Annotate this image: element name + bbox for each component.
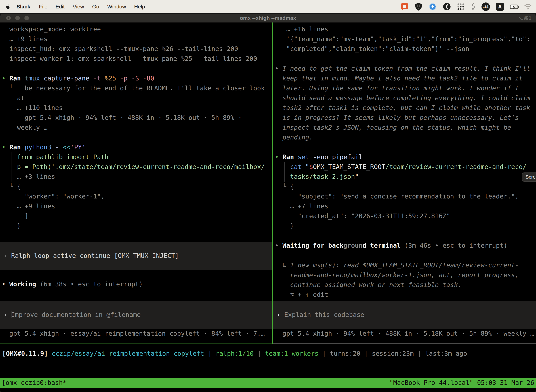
terminal-line: gpt-5.4 xhigh · essay/ai-reimplementatio… xyxy=(2,329,272,338)
terminal-line: "completed","claim_token":"claim-token"}… xyxy=(275,44,536,54)
terminal-line: p = Path('.omx/state/team/review-current… xyxy=(2,162,272,172)
terminal-line: ] xyxy=(2,211,272,221)
blue-badge-bolt-icon[interactable] xyxy=(428,2,437,11)
terminal-line xyxy=(2,64,272,73)
terminal-line: workspace_mode: worktree xyxy=(2,24,272,34)
battery-icon[interactable] xyxy=(510,5,518,9)
terminal-line: inspect_hud: omx sparkshell --tmux-pane … xyxy=(2,44,272,54)
terminal-line: should send a message before completing … xyxy=(275,93,536,103)
prompt-input-band[interactable]: › Ralph loop active continue [OMX_TMUX_I… xyxy=(0,242,272,270)
terminal-line: • Ran tmux capture-pane -t %25 -p -S -80 xyxy=(2,73,272,83)
terminal-line: '{"team_name":"my-team","task_id":"1","f… xyxy=(275,34,536,44)
terminal-line: } xyxy=(2,221,272,231)
right-pane: … +16 lines '{"team_name":"my-team","tas… xyxy=(273,23,536,344)
menu-item-go[interactable]: Go xyxy=(92,4,99,9)
menu-item-view[interactable]: View xyxy=(73,4,84,9)
text-cursor: I xyxy=(11,311,15,318)
terminal-line xyxy=(2,132,272,142)
terminal-line: • I need to get the claim token from the… xyxy=(275,64,536,73)
terminal-line: … +7 lines xyxy=(275,201,536,211)
terminal-line: └ be necessary for the end of the README… xyxy=(2,83,272,93)
terminal-line: gpt-5.4 xhigh · 94% left · 488K in · 5.1… xyxy=(2,113,272,123)
menu-item-file[interactable]: File xyxy=(39,4,47,9)
terminal-line: cat "$OMX_TEAM_STATE_ROOT/team/review-cu… xyxy=(275,162,536,172)
terminal-line: ⌥ + ↑ edit xyxy=(275,290,536,300)
tmux-panes: workspace_mode: worktree … +9 lines insp… xyxy=(0,23,536,344)
menu-item-edit[interactable]: Edit xyxy=(56,4,65,9)
terminal-line xyxy=(275,142,536,152)
prompt-input-band[interactable]: › Improve documentation in @filename xyxy=(0,301,272,329)
keyboard-layout-icon[interactable]: A xyxy=(496,3,504,11)
terminal-line: task2 after task1 is complete, but can I… xyxy=(275,103,536,113)
terminal-line: is in progress? It seems likely but perh… xyxy=(275,113,536,123)
terminal-line: └ { xyxy=(275,182,536,191)
terminal-line: at xyxy=(2,93,272,103)
wifi-icon[interactable] xyxy=(524,4,532,10)
window-shortcut-badge: ⌥⌘1 xyxy=(517,14,531,23)
terminal-line: keep that in mind. Maybe I also need the… xyxy=(275,73,536,83)
shield-grid-icon[interactable] xyxy=(415,2,422,11)
terminal-line: … +3 lines xyxy=(2,172,272,182)
menu-items: FileEditViewGoWindowHelp xyxy=(35,4,149,10)
prompt-input-band[interactable]: › Explain this codebase xyxy=(273,301,536,329)
terminal-line: • Ran set -euo pipefail xyxy=(275,152,536,162)
app-menu-title[interactable]: Slack xyxy=(17,4,30,10)
left-pane: workspace_mode: worktree … +9 lines insp… xyxy=(0,23,272,344)
terminal-line xyxy=(275,250,536,260)
terminal-line: gpt-5.4 xhigh · 94% left · 488K in · 5.1… xyxy=(275,329,536,338)
terminal-line: └ { xyxy=(2,182,272,191)
screen-tooltip: Scre xyxy=(522,173,536,182)
terminal-line: weekly … xyxy=(2,123,272,132)
tmux-session-window[interactable]: [omx-cczip0:bash* xyxy=(2,379,67,386)
terminal-line xyxy=(275,231,536,241)
terminal-line: inspect_worker-1: omx sparkshell --tmux-… xyxy=(2,54,272,64)
terminal-line: tasks/task-2.json" xyxy=(275,172,536,182)
badge-61-icon[interactable]: ..61 xyxy=(482,2,490,11)
notification-bubble-icon[interactable] xyxy=(401,3,409,11)
terminal-line: • Working (6m 38s • esc to interrupt) xyxy=(2,279,272,289)
terminal-line: "created_at": "2026-03-31T11:59:27.816Z" xyxy=(275,211,536,221)
dark-circle-arc-icon[interactable] xyxy=(443,3,451,11)
terminal-line: … +9 lines xyxy=(2,34,272,44)
hud-pane: [OMX#0.11.9] cczip/essay/ai-reimplementa… xyxy=(0,344,536,378)
terminal-line: • Waiting for background terminal (3m 46… xyxy=(275,241,536,250)
terminal-line: pending. xyxy=(275,132,536,142)
tmux-host-clock: "MacBook-Pro-44.local" 05:03 31-Mar-26 xyxy=(389,379,534,386)
terminal-line: } xyxy=(275,221,536,231)
menu-bar: Slack FileEditViewGoWindowHelp xyxy=(0,0,536,13)
menu-item-help[interactable]: Help xyxy=(134,4,145,9)
terminal-line: [OMX#0.11.9] cczip/essay/ai-reimplementa… xyxy=(2,349,536,359)
apple-menu-icon[interactable] xyxy=(6,4,10,9)
terminal-line: inspect task2's JSON, focusing on the st… xyxy=(275,123,536,132)
window-title: omx --xhigh --madmax xyxy=(0,14,536,23)
terminal-line: "subject": "send a concise recommendatio… xyxy=(275,191,536,201)
squiggle-icon[interactable] xyxy=(471,3,475,10)
menu-item-window[interactable]: Window xyxy=(107,4,126,9)
terminal-line: later. Using the same for transition mig… xyxy=(275,83,536,93)
terminal-line xyxy=(275,54,536,64)
dots-grid-icon[interactable] xyxy=(457,3,464,10)
terminal-window: omx --xhigh --madmax ⌥⌘1 workspace_mode:… xyxy=(0,14,536,392)
terminal-line: ↳ 1 new msg(s): read $OMX_TEAM_STATE_ROO… xyxy=(275,260,536,270)
tmux-status-bar: [omx-cczip0:bash* "MacBook-Pro-44.local"… xyxy=(0,378,536,387)
terminal-line: readme-and-reco/mailbox/worker-1.json, a… xyxy=(275,270,536,280)
terminal-line: … +9 lines xyxy=(2,201,272,211)
terminal-line: … +16 lines xyxy=(275,24,536,34)
window-titlebar[interactable]: omx --xhigh --madmax ⌥⌘1 xyxy=(0,14,536,23)
terminal-line: • Ran python3 - <<'PY' xyxy=(2,142,272,152)
terminal-line: continue assigned work or next feasible … xyxy=(275,280,536,290)
terminal-line: from pathlib import Path xyxy=(2,152,272,162)
terminal-line: … +110 lines xyxy=(2,103,272,113)
terminal-line: "worker": "worker-1", xyxy=(2,191,272,201)
